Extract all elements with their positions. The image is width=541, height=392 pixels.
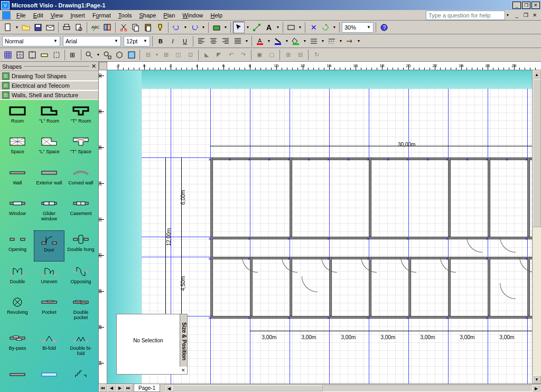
shape--t-space[interactable]: "T" Space — [66, 133, 96, 162]
align-justify-button[interactable] — [232, 35, 244, 47]
new-dropdown[interactable]: ▼ — [14, 22, 20, 33]
rotate-left-button[interactable]: ↶ — [225, 49, 237, 61]
line-ends-button[interactable] — [344, 35, 356, 47]
shape-exterior-wall[interactable]: Exterior wall — [34, 164, 64, 193]
shape-double-bi-fold[interactable]: Double bi-fold — [66, 329, 96, 364]
restore-button[interactable]: ❐ — [522, 2, 530, 9]
vscroll-thumb[interactable] — [533, 79, 541, 227]
shape-opposing[interactable]: Opposing — [66, 263, 96, 292]
align-dropdown[interactable]: ▼ — [244, 35, 249, 47]
shape-window[interactable]: Window — [2, 194, 33, 229]
menu-plan[interactable]: Plan — [160, 11, 179, 20]
shape-revolving[interactable]: Revolving — [2, 293, 33, 328]
shape-opening[interactable]: Opening — [2, 230, 33, 261]
shapes-close-button[interactable]: ✕ — [91, 63, 96, 70]
align-shapes-dropdown[interactable]: ▼ — [154, 49, 160, 61]
shape-item-[interactable] — [66, 366, 96, 390]
rotate-button[interactable] — [320, 22, 331, 33]
cut-button[interactable] — [118, 22, 129, 33]
drawing-explorer-button[interactable] — [126, 49, 137, 61]
page-breaks-button[interactable] — [51, 49, 62, 61]
menu-insert[interactable]: Insert — [67, 11, 89, 20]
connection-point-button[interactable]: ✕ — [307, 22, 319, 33]
redo-dropdown[interactable]: ▼ — [201, 22, 206, 33]
vertical-scrollbar[interactable]: ▲ ▼ — [533, 70, 541, 384]
shape-item-[interactable] — [34, 366, 64, 390]
shape--l-room[interactable]: "L" Room — [34, 102, 64, 132]
guides-button[interactable] — [14, 49, 26, 61]
distribute-shapes-button[interactable]: ⊞ — [160, 49, 172, 61]
connection-points-button[interactable] — [26, 49, 38, 61]
zoom-dropdown-2[interactable]: ▼ — [96, 49, 101, 61]
scroll-down-button[interactable]: ▼ — [533, 375, 541, 384]
shape-by-pass[interactable]: By-pass — [2, 329, 33, 364]
stencil-electrical-telecom[interactable]: 田Electrical and Telecom — [0, 81, 98, 90]
shape-pocket[interactable]: Pocket — [34, 293, 64, 328]
flip-v-button[interactable]: ◤ — [213, 49, 225, 61]
line-weight-dropdown[interactable]: ▼ — [320, 35, 325, 47]
scroll-up-button[interactable]: ▲ — [533, 70, 541, 79]
grid-button[interactable] — [2, 49, 14, 61]
shapes-window-button[interactable] — [211, 22, 222, 33]
drawing-canvas[interactable]: ××××××××××××××××××××××××××××××××××××××××… — [107, 70, 541, 384]
vertical-ruler[interactable]: 302826242220181614 — [99, 70, 107, 384]
shape-space[interactable]: Space — [2, 133, 33, 162]
text-dropdown[interactable]: ▼ — [275, 22, 281, 33]
shape-double-hung[interactable]: Double hung — [66, 230, 96, 261]
help-search-input[interactable] — [426, 11, 505, 20]
pointer-dropdown[interactable]: ▼ — [245, 22, 250, 33]
ruler-button[interactable] — [39, 49, 50, 61]
bold-button[interactable]: B — [155, 35, 166, 47]
shape--l-space[interactable]: "L" Space — [34, 133, 64, 162]
shape-double[interactable]: Double — [2, 263, 33, 292]
doc-restore-button[interactable]: ❐ — [521, 12, 530, 19]
undo-button[interactable] — [171, 22, 182, 33]
ungroup-button[interactable]: ⊟ — [294, 49, 306, 61]
email-button[interactable] — [44, 22, 56, 33]
font-color-dropdown[interactable]: ▼ — [266, 35, 272, 47]
shape-casement[interactable]: Casement — [66, 194, 96, 229]
drawing-page[interactable]: ××××××××××××××××××××××××××××××××××××××××… — [142, 89, 533, 384]
shape-bi-fold[interactable]: Bi-fold — [34, 329, 64, 364]
paste-button[interactable] — [142, 22, 154, 33]
font-combo[interactable]: Arial▼ — [63, 36, 121, 46]
menu-shape[interactable]: Shape — [135, 11, 160, 20]
zoom-combo[interactable]: 30%▼ — [342, 22, 374, 33]
last-page-button[interactable]: ⏭ — [124, 385, 133, 392]
text-tool-button[interactable]: A — [263, 22, 275, 33]
flip-h-button[interactable]: ◣ — [201, 49, 212, 61]
horizontal-scrollbar[interactable]: ◀ ▶ — [164, 385, 541, 392]
shapes-dropdown[interactable]: ▼ — [223, 22, 228, 33]
align-center-button[interactable] — [208, 35, 219, 47]
rectangle-tool-button[interactable] — [285, 22, 297, 33]
snap-glue-button[interactable]: ⊞ — [67, 49, 79, 61]
save-button[interactable] — [32, 22, 44, 33]
align-left-button[interactable] — [195, 35, 207, 47]
research-button[interactable] — [101, 22, 113, 33]
doc-icon[interactable] — [2, 11, 11, 20]
font-color-button[interactable]: A — [254, 35, 266, 47]
bring-front-button[interactable]: ▣ — [254, 49, 265, 61]
align-shapes-button[interactable]: ⊟ — [142, 49, 154, 61]
line-ends-dropdown[interactable]: ▼ — [356, 35, 361, 47]
shape-item-[interactable] — [2, 366, 33, 390]
line-pattern-button[interactable] — [326, 35, 338, 47]
pan-zoom-button[interactable] — [114, 49, 125, 61]
print-button[interactable] — [61, 22, 72, 33]
shape-wall[interactable]: Wall — [2, 164, 33, 193]
shape-room[interactable]: Room — [2, 102, 33, 132]
rotate-right-button[interactable]: ↷ — [237, 49, 249, 61]
lay-out-shapes-button[interactable]: ⊡ — [184, 49, 196, 61]
line-weight-button[interactable] — [308, 35, 320, 47]
hscroll-thumb[interactable] — [172, 385, 322, 391]
connect-shapes-button[interactable]: ◫ — [172, 49, 184, 61]
copy-button[interactable] — [130, 22, 142, 33]
send-back-button[interactable]: ▢ — [266, 49, 277, 61]
horizontal-ruler[interactable]: -20246810121416182022242628 — [107, 62, 541, 70]
shape-uneven[interactable]: Uneven — [34, 263, 64, 292]
align-right-button[interactable] — [220, 35, 231, 47]
doc-minimize-button[interactable]: _ — [512, 12, 521, 19]
underline-button[interactable]: U — [179, 35, 191, 47]
open-button[interactable] — [20, 22, 32, 33]
page-tab-1[interactable]: Page-1 — [134, 384, 160, 392]
